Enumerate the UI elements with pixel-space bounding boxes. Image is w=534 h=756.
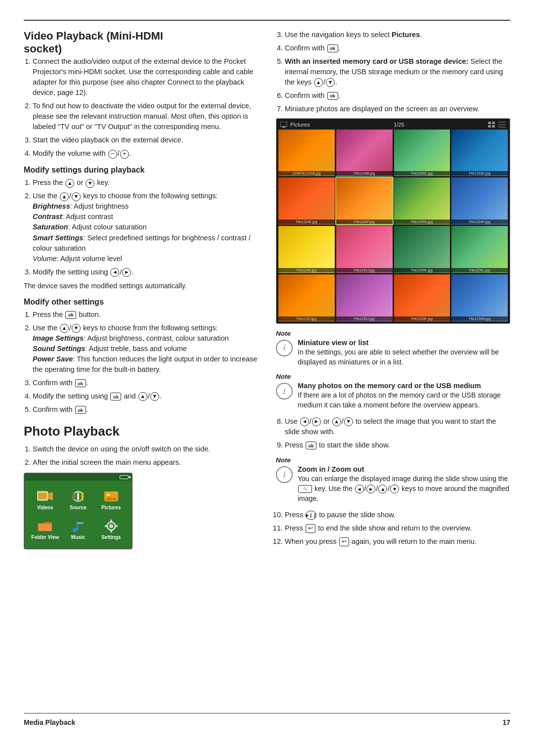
- videos-icon: [36, 489, 54, 503]
- menu-item-music: Music: [62, 515, 95, 545]
- note-miniature: Note i Miniature view or list In the set…: [276, 330, 510, 367]
- photo-playback-section: Photo Playback Switch the device on usin…: [24, 424, 258, 549]
- menu-screenshot: Videos: [24, 473, 133, 549]
- source-label: Source: [70, 505, 87, 510]
- modify-other-list: Press the ok button. Use the ▲/▼ keys to…: [33, 310, 258, 415]
- right3-arrow-icon: ►: [366, 485, 375, 493]
- thumb-item: File1234E.jpg: [278, 178, 335, 224]
- thumb-item: File1234K.jpg: [394, 274, 450, 321]
- thumb-item: File1234I.jpg: [278, 226, 335, 273]
- list-item: Press the ok button.: [33, 310, 258, 320]
- list-item: Start the video playback on the external…: [33, 135, 258, 145]
- ok4-key-icon: ok: [75, 406, 86, 414]
- up-arrow-icon: ▲: [65, 179, 74, 188]
- list-item: Confirm with ok.: [33, 378, 258, 388]
- modify-settings-title: Modify settings during playback: [24, 166, 258, 175]
- thumb-item: File1234.Ijpg: [278, 274, 335, 321]
- right-column: Use the navigation keys to select Pictur…: [276, 30, 510, 699]
- battery-icon: [120, 475, 129, 479]
- svg-point-8: [107, 493, 110, 496]
- list-item: Miniature photos are displayed on the sc…: [285, 104, 510, 114]
- note-content-2: Many photos on the memory card or the US…: [298, 382, 510, 410]
- thumb-item: File1234F.jpg: [336, 178, 393, 224]
- right2-arrow-icon: ►: [312, 417, 321, 426]
- thumb-label: File1234C.jpg: [394, 171, 450, 176]
- svg-marker-1: [48, 492, 53, 500]
- svg-rect-17: [110, 530, 112, 533]
- note-title-1: Miniature view or list: [298, 339, 510, 347]
- list-item: When you press ↩ again, you will return …: [285, 536, 510, 547]
- svg-rect-2: [39, 493, 46, 499]
- note-many-photos: Note i Many photos on the memory card or…: [276, 373, 510, 410]
- thumb-item: File1234K.jpg: [394, 226, 450, 273]
- play-pause-icon: ▶❙❙: [306, 511, 316, 520]
- list-item: To find out how to deactivate the video …: [33, 101, 258, 132]
- settings-label: Settings: [101, 534, 121, 540]
- svg-rect-21: [282, 127, 285, 128]
- modify-settings-list: Press the ▲ or ▼ key. Use the ▲/▼ keys t…: [33, 178, 258, 277]
- list-item: Press ▶❙❙ to pause the slide show.: [285, 510, 510, 520]
- return-icon-1: ↩: [306, 524, 315, 533]
- source-icon: [69, 489, 87, 503]
- plus-key-icon: +: [120, 150, 129, 159]
- list-item: Modify the setting using ok and ▲/▼.: [33, 391, 258, 401]
- down5-arrow-icon: ▼: [344, 417, 353, 426]
- photo-title: Photo Playback: [24, 424, 258, 439]
- thumb-item: File1234H.jpg: [451, 178, 508, 224]
- svg-rect-18: [105, 525, 108, 527]
- folder-label: Folder View: [31, 534, 59, 540]
- music-label: Music: [71, 534, 85, 540]
- note-label: Note: [276, 330, 510, 337]
- list-item: Use the ▲/▼ keys to choose from the foll…: [33, 323, 258, 375]
- svg-rect-22: [488, 122, 491, 124]
- footer-left: Media Playback: [24, 718, 75, 726]
- menu-item-pictures: Pictures: [94, 485, 128, 515]
- menu-item-source: Source: [62, 485, 95, 515]
- list-item: Confirm with ok.: [285, 43, 510, 53]
- down-arrow-icon: ▼: [86, 179, 94, 188]
- note-title-2: Many photos on the memory card or the US…: [298, 382, 510, 390]
- monitor-icon: [280, 122, 287, 128]
- down2-arrow-icon: ▼: [72, 324, 81, 333]
- list-item: Press ok to start the slide show.: [285, 440, 510, 450]
- thumb-label: File1234K.jpg: [394, 268, 450, 272]
- left-arrow-icon: ◄: [110, 268, 119, 277]
- thumb-label: File1234B.jpg: [336, 171, 393, 176]
- top-divider: [24, 20, 510, 21]
- down4-arrow-icon: ▼: [326, 78, 335, 87]
- thumb-label: File1234J.jpg: [336, 316, 393, 321]
- zoom-key-icon: 🔍: [298, 485, 312, 493]
- pictures-grid: Pictures 1/25: [276, 118, 510, 324]
- thumb-item: File1234M.jpg: [451, 274, 508, 321]
- music-icon: [69, 519, 87, 533]
- ok2-key-icon: ok: [75, 379, 86, 387]
- ok5-key-icon: ok: [327, 44, 338, 52]
- grid-view-icon: [488, 122, 496, 128]
- pictures-top-bar: Pictures 1/25: [278, 121, 508, 130]
- thumb-label: File1234.Ijpg: [278, 316, 335, 321]
- list-item: Use the ▲/▼ keys to choose from the foll…: [33, 191, 258, 264]
- video-playback-section: Video Playback (Mini-HDMI socket) Connec…: [24, 30, 258, 415]
- video-main-list: Connect the audio/video output of the ex…: [33, 56, 258, 159]
- thumb-item: File1234B.jpg: [336, 130, 393, 177]
- svg-rect-13: [77, 522, 84, 524]
- svg-rect-16: [110, 520, 112, 523]
- thumb-item: File1234J.jpg: [336, 274, 393, 321]
- note-content-3: Zoom in / Zoom out You can enlarge the d…: [298, 465, 510, 504]
- note-label-2: Note: [276, 373, 510, 380]
- list-item: Use ◄/► or ▲/▼ to select the image that …: [285, 416, 510, 437]
- thumb-label: File1234E.jpg: [278, 220, 335, 224]
- ok3-key-icon: ok: [110, 393, 121, 400]
- note-title-3: Zoom in / Zoom out: [298, 465, 510, 473]
- pictures-count: 1/25: [394, 122, 404, 128]
- up4-arrow-icon: ▲: [314, 78, 323, 87]
- thumb-label: File1234H.jpg: [451, 220, 508, 224]
- thumb-label: File1234K.jpg: [394, 316, 450, 321]
- list-item: Confirm with ok.: [285, 90, 510, 101]
- svg-rect-10: [38, 524, 52, 531]
- ok7-key-icon: ok: [306, 442, 316, 449]
- thumb-label: USBFile1234A.jpg: [278, 171, 335, 176]
- down3-arrow-icon: ▼: [150, 392, 159, 401]
- video-title: Video Playback (Mini-HDMI socket): [24, 30, 258, 56]
- thumbnail-grid: USBFile1234A.jpg File1234B.jpg File1234C…: [278, 130, 508, 321]
